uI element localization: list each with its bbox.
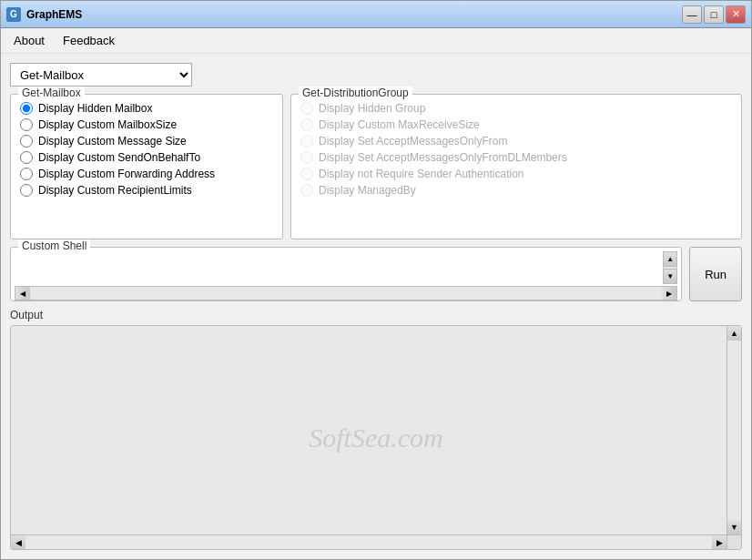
scrollbar-corner <box>727 535 741 549</box>
mailbox-option-1: Display Custom MailboxSize <box>20 118 273 131</box>
mailbox-label-4: Display Custom Forwarding Address <box>38 168 215 180</box>
close-button[interactable]: ✕ <box>726 5 746 24</box>
mailbox-radio-1[interactable] <box>20 118 33 131</box>
title-bar: G GraphEMS — □ ✕ <box>1 1 751 28</box>
title-bar-left: G GraphEMS <box>6 7 82 22</box>
panels-row: Get-Mailbox Display Hidden Mailbox Displ… <box>10 94 742 239</box>
mailbox-label-5: Display Custom RecipientLimits <box>38 184 192 197</box>
minimize-button[interactable]: — <box>682 5 702 24</box>
mailbox-radio-3[interactable] <box>20 151 33 164</box>
output-hscroll-track <box>25 535 712 549</box>
distgroup-radio-3 <box>300 151 313 164</box>
shell-vscrollbar: ▲ ▼ <box>663 251 677 284</box>
menu-feedback[interactable]: Feedback <box>54 30 124 51</box>
shell-scroll-up-btn[interactable]: ▲ <box>664 252 676 267</box>
shell-label: Custom Shell <box>18 239 90 252</box>
distgroup-radio-2 <box>300 135 313 148</box>
shell-scroll-down-btn[interactable]: ▼ <box>664 269 676 283</box>
mailbox-radio-2[interactable] <box>20 135 33 148</box>
output-box: SoftSea.com ▲ ▼ ◀ ▶ <box>10 325 742 550</box>
distgroup-label-5: Display ManagedBy <box>319 184 416 197</box>
mailbox-option-5: Display Custom RecipientLimits <box>20 184 273 197</box>
mailbox-group: Get-Mailbox Display Hidden Mailbox Displ… <box>10 94 283 239</box>
shell-input[interactable] <box>15 251 659 284</box>
application-window: G GraphEMS — □ ✕ About Feedback Get-Mail… <box>0 0 752 560</box>
shell-run-row: Custom Shell ▲ ▼ ◀ ▶ <box>10 247 742 301</box>
distgroup-radio-5 <box>300 184 313 197</box>
command-dropdown[interactable]: Get-Mailbox Get-DistributionGroup <box>10 63 192 87</box>
shell-hscrollbar: ◀ ▶ <box>15 286 677 300</box>
shell-wrapper: Custom Shell ▲ ▼ ◀ ▶ <box>10 247 682 301</box>
output-section: Output SoftSea.com ▲ ▼ ◀ ▶ <box>10 309 742 550</box>
output-vscrollbar: ▲ ▼ <box>727 326 741 535</box>
run-button[interactable]: Run <box>689 247 742 301</box>
distgroup-option-2: Display Set AcceptMessagesOnlyFrom <box>300 135 732 148</box>
distgroup-group: Get-DistributionGroup Display Hidden Gro… <box>290 94 742 239</box>
title-controls: — □ ✕ <box>682 5 746 24</box>
watermark: SoftSea.com <box>309 423 442 453</box>
dropdown-row: Get-Mailbox Get-DistributionGroup <box>10 63 742 87</box>
distgroup-option-1: Display Custom MaxReceiveSize <box>300 118 732 131</box>
maximize-button[interactable]: □ <box>704 5 724 24</box>
distgroup-option-0: Display Hidden Group <box>300 102 732 115</box>
window-title: GraphEMS <box>26 8 82 21</box>
mailbox-radio-5[interactable] <box>20 184 33 197</box>
output-label: Output <box>10 309 742 321</box>
output-scroll-left-btn[interactable]: ◀ <box>11 535 25 549</box>
mailbox-option-3: Display Custom SendOnBehalfTo <box>20 151 273 164</box>
mailbox-label-0: Display Hidden Mailbox <box>38 102 152 115</box>
distgroup-label-3: Display Set AcceptMessagesOnlyFromDLMemb… <box>319 151 567 164</box>
mailbox-option-4: Display Custom Forwarding Address <box>20 168 273 180</box>
output-vscroll-track <box>727 341 741 520</box>
mailbox-label-2: Display Custom Message Size <box>38 135 187 148</box>
shell-scroll-right-btn[interactable]: ▶ <box>662 287 676 300</box>
shell-section: Custom Shell ▲ ▼ ◀ ▶ <box>10 247 682 301</box>
distgroup-label-2: Display Set AcceptMessagesOnlyFrom <box>319 135 507 148</box>
mailbox-label-3: Display Custom SendOnBehalfTo <box>38 151 200 164</box>
distgroup-label-1: Display Custom MaxReceiveSize <box>319 118 480 131</box>
distgroup-label-0: Display Hidden Group <box>319 102 425 115</box>
distgroup-label-4: Display not Require Sender Authenticatio… <box>319 168 523 180</box>
main-content: Get-Mailbox Get-DistributionGroup Get-Ma… <box>1 54 751 559</box>
mailbox-label-1: Display Custom MailboxSize <box>38 118 177 131</box>
mailbox-option-2: Display Custom Message Size <box>20 135 273 148</box>
mailbox-radio-4[interactable] <box>20 168 33 180</box>
output-hscrollbar: ◀ ▶ <box>11 535 727 549</box>
distgroup-option-5: Display ManagedBy <box>300 184 732 197</box>
distgroup-group-title: Get-DistributionGroup <box>299 87 412 99</box>
output-scroll-right-btn[interactable]: ▶ <box>712 535 727 549</box>
shell-scroll-left-btn[interactable]: ◀ <box>15 287 30 300</box>
mailbox-group-title: Get-Mailbox <box>18 87 85 99</box>
distgroup-option-3: Display Set AcceptMessagesOnlyFromDLMemb… <box>300 151 732 164</box>
distgroup-option-4: Display not Require Sender Authenticatio… <box>300 168 732 180</box>
output-scroll-up-btn[interactable]: ▲ <box>727 326 741 341</box>
menu-about[interactable]: About <box>5 30 54 51</box>
app-icon: G <box>6 7 21 22</box>
distgroup-radio-0 <box>300 102 313 115</box>
mailbox-option-0: Display Hidden Mailbox <box>20 102 273 115</box>
distgroup-radio-1 <box>300 118 313 131</box>
mailbox-radio-0[interactable] <box>20 102 33 115</box>
shell-hscroll-track <box>30 287 662 300</box>
distgroup-radio-4 <box>300 168 313 180</box>
menu-bar: About Feedback <box>1 28 751 54</box>
output-scroll-down-btn[interactable]: ▼ <box>727 520 741 535</box>
